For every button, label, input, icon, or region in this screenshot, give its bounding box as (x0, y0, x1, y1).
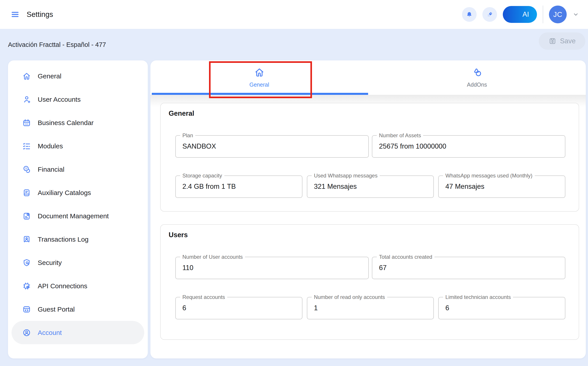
field-read-only-accounts-value: 1 (314, 304, 318, 312)
save-button[interactable]: Save (539, 32, 585, 50)
sidebar-item-label: Modules (38, 142, 63, 150)
header-divider (543, 6, 543, 23)
calendar-icon (22, 118, 31, 128)
sidebar-item-label: API Connections (38, 282, 87, 290)
account-content: General AddOns General Plan SANDBOX Numb… (150, 61, 586, 358)
field-number-of-assets[interactable]: Number of Assets 25675 from 10000000 (372, 135, 565, 158)
page-title: Settings (27, 10, 53, 19)
field-plan-label: Plan (180, 132, 195, 139)
browser-code-icon (22, 305, 31, 314)
field-plan[interactable]: Plan SANDBOX (175, 135, 369, 158)
rocket-icon (486, 11, 493, 18)
sidebar-item-auxiliary-catalogs[interactable]: Auxiliary Catalogs (8, 181, 148, 204)
field-total-accounts-created-value: 67 (379, 264, 387, 272)
home-icon (253, 66, 265, 78)
settings-page: Settings AI JC Activación Fracttal - Esp… (0, 0, 588, 366)
field-whatsapp-monthly[interactable]: WhatsApp messages used (Monthly) 47 Mens… (438, 175, 565, 198)
field-number-of-user-accounts-label: Number of User accounts (180, 254, 245, 260)
field-total-accounts-created[interactable]: Total accounts created 67 (372, 257, 565, 279)
receipt-user-icon (22, 235, 31, 244)
sidebar-item-transactions-log[interactable]: Transactions Log (8, 228, 148, 251)
field-number-of-user-accounts-value: 110 (182, 264, 193, 272)
tab-general-label: General (250, 82, 269, 88)
users-section-title: Users (169, 231, 579, 239)
field-used-whatsapp-messages-label: Used Whatsapp messages (312, 173, 380, 179)
sidebar-item-label: User Accounts (38, 96, 81, 103)
sidebar-item-label: Financial (38, 166, 64, 173)
checklist-icon (22, 141, 31, 151)
field-limited-technician-accounts-value: 6 (445, 304, 449, 312)
bell-icon (465, 11, 473, 18)
whats-new-button[interactable] (482, 7, 497, 22)
field-number-of-user-accounts[interactable]: Number of User accounts 110 (175, 257, 369, 279)
ai-assistant-button[interactable]: AI (503, 6, 537, 23)
shield-search-icon (22, 258, 31, 268)
field-request-accounts[interactable]: Request accounts 6 (175, 297, 302, 319)
sidebar-item-label: Account (38, 329, 62, 336)
general-section-title: General (169, 109, 579, 117)
field-limited-technician-accounts-label: Limited technician accounts (443, 294, 513, 300)
sidebar-item-label: Transactions Log (38, 236, 88, 243)
app-header: Settings AI JC (0, 0, 588, 29)
sidebar-item-label: Document Management (38, 212, 109, 220)
save-button-label: Save (560, 37, 576, 45)
field-used-whatsapp-messages-value: 321 Mensajes (314, 183, 357, 191)
sidebar-item-document-management[interactable]: Document Management (8, 204, 148, 228)
field-whatsapp-monthly-label: WhatsApp messages used (Monthly) (443, 173, 535, 179)
sidebar-item-modules[interactable]: Modules (8, 134, 148, 158)
field-request-accounts-label: Request accounts (180, 294, 227, 300)
chip-gear-icon (22, 281, 31, 291)
sidebar-item-label: General (38, 72, 61, 80)
breadcrumb: Activación Fracttal - Español - 477 (8, 41, 106, 48)
document-clock-icon (22, 211, 31, 221)
field-whatsapp-monthly-value: 47 Mensajes (445, 183, 484, 191)
field-number-of-assets-label: Number of Assets (377, 132, 423, 139)
avatar-initials: JC (553, 10, 562, 19)
account-tabs: General AddOns (150, 61, 586, 94)
general-section: General Plan SANDBOX Number of Assets 25… (160, 103, 579, 212)
sidebar-item-general[interactable]: General (8, 64, 148, 88)
tab-addons[interactable]: AddOns (368, 61, 586, 94)
ai-button-label: AI (522, 10, 529, 18)
notifications-button[interactable] (462, 7, 477, 22)
users-section: Users Number of User accounts 110 Total … (160, 224, 579, 340)
sidebar-item-security[interactable]: Security (8, 251, 148, 274)
tab-general[interactable]: General (150, 61, 368, 94)
sidebar-item-label: Business Calendar (38, 119, 94, 127)
sidebar-item-guest-portal[interactable]: Guest Portal (8, 297, 148, 321)
menu-icon[interactable] (11, 10, 20, 19)
field-used-whatsapp-messages[interactable]: Used Whatsapp messages 321 Mensajes (307, 175, 434, 198)
field-read-only-accounts[interactable]: Number of read only accounts 1 (307, 297, 434, 319)
save-icon (549, 37, 557, 45)
user-menu-button[interactable] (573, 11, 579, 18)
field-storage-capacity-value: 2.4 GB from 1 TB (182, 183, 236, 191)
sidebar-item-api-connections[interactable]: API Connections (8, 274, 148, 297)
user-circle-icon (22, 328, 31, 338)
field-storage-capacity-label: Storage capacity (180, 173, 224, 179)
field-number-of-assets-value: 25675 from 10000000 (379, 142, 446, 150)
chevron-down-icon (573, 11, 579, 18)
sidebar-item-business-calendar[interactable]: Business Calendar (8, 111, 148, 134)
sidebar-item-label: Security (38, 259, 62, 267)
field-limited-technician-accounts[interactable]: Limited technician accounts 6 (438, 297, 565, 319)
field-total-accounts-created-label: Total accounts created (377, 254, 434, 260)
sidebar-item-account[interactable]: Account (12, 321, 144, 344)
home-icon (22, 71, 31, 81)
avatar[interactable]: JC (549, 6, 567, 23)
sidebar-item-user-accounts[interactable]: User Accounts (8, 88, 148, 111)
sidebar-item-label: Auxiliary Catalogs (38, 189, 91, 197)
field-read-only-accounts-label: Number of read only accounts (312, 294, 387, 300)
field-request-accounts-value: 6 (182, 304, 186, 312)
field-plan-value: SANDBOX (182, 142, 216, 150)
book-icon (22, 188, 31, 198)
field-storage-capacity[interactable]: Storage capacity 2.4 GB from 1 TB (175, 175, 302, 198)
user-plus-icon (22, 95, 31, 104)
sidebar-item-label: Guest Portal (38, 305, 75, 313)
tab-addons-label: AddOns (467, 82, 487, 88)
sidebar-item-financial[interactable]: Financial (8, 158, 148, 181)
addons-icon (471, 66, 483, 78)
active-tab-indicator (152, 93, 368, 95)
settings-sidebar: General User Accounts Business Calendar … (8, 61, 148, 358)
coins-icon (22, 165, 31, 174)
toolbar: Activación Fracttal - Español - 477 Save (0, 29, 588, 61)
